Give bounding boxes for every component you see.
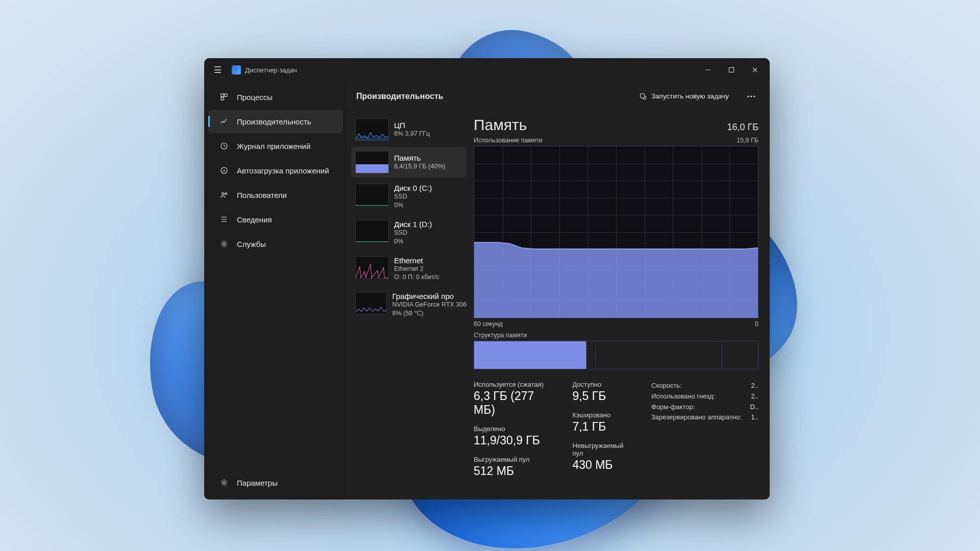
memory-info-table: Скорость:2..Использовано гнезд:2..Форм-ф… xyxy=(651,381,758,423)
memory-usage-chart xyxy=(474,146,758,318)
svg-point-13 xyxy=(753,95,755,97)
mini-thumb-ethernet xyxy=(355,256,389,279)
sidebar-item-label: Службы xyxy=(237,240,266,248)
chart-x-right: 0 xyxy=(755,320,758,328)
mini-sub: 6% 3,97 ГГц xyxy=(394,130,430,138)
stat-value-inuse: 6,3 ГБ (277 МБ) xyxy=(474,389,552,417)
app-title: Диспетчер задач xyxy=(245,66,297,74)
mini-thumb-disk1 xyxy=(355,220,389,242)
stat-label-paged: Выгружаемый пул xyxy=(474,456,552,463)
sidebar-item-performance[interactable]: Производительность xyxy=(208,110,343,133)
stat-label-inuse: Используется (сжатая) xyxy=(474,381,552,388)
page-title: Производительность xyxy=(356,92,444,101)
sidebar-item-label: Пользователи xyxy=(237,191,287,199)
sidebar-item-label: Автозагрузка приложений xyxy=(237,166,329,175)
chart-ymax: 15,9 ГБ xyxy=(737,137,758,144)
sidebar-item-label: Журнал приложений xyxy=(237,142,310,151)
svg-marker-14 xyxy=(474,242,758,318)
sidebar-item-label: Процессы xyxy=(237,93,273,102)
kv-row: Зарезервировано аппаратно:1.. xyxy=(651,412,758,423)
sidebar-item-label: Параметры xyxy=(237,479,278,487)
sidebar-item-startup[interactable]: Автозагрузка приложений xyxy=(208,159,343,182)
mini-sub: SSD xyxy=(394,229,432,237)
stat-label-available: Доступно xyxy=(572,381,631,388)
kv-row: Скорость:2.. xyxy=(651,381,758,391)
maximize-button[interactable] xyxy=(720,58,743,82)
mini-sub: 6,4/15,9 ГБ (40%) xyxy=(394,162,445,171)
composition-label: Структура памяти xyxy=(474,332,758,339)
mini-sub: SSD xyxy=(394,192,432,201)
svg-point-11 xyxy=(747,95,749,97)
sidebar-item-settings[interactable]: Параметры xyxy=(208,471,343,494)
detail-panel: Память 16,0 ГБ Использование памяти 15,9… xyxy=(471,111,770,499)
mini-item-disk1[interactable]: Диск 1 (D:) SSD 0% xyxy=(351,216,467,250)
sidebar-item-users[interactable]: Пользователи xyxy=(208,183,343,207)
sidebar-item-services[interactable]: Службы xyxy=(208,232,343,256)
stat-value-paged: 512 МБ xyxy=(474,464,552,478)
run-new-task-label: Запустить новую задачу xyxy=(651,92,729,100)
svg-point-7 xyxy=(225,193,227,195)
history-icon xyxy=(219,141,229,151)
mini-thumb-memory xyxy=(355,151,389,173)
sidebar-item-details[interactable]: Сведения xyxy=(208,208,343,231)
startup-icon xyxy=(219,166,229,175)
stat-value-committed: 11,9/30,9 ГБ xyxy=(474,434,552,447)
memory-composition-chart xyxy=(474,341,758,369)
resource-mini-list: ЦП 6% 3,97 ГГц Память 6,4/15,9 ГБ (40%) xyxy=(347,111,471,499)
sidebar-item-processes[interactable]: Процессы xyxy=(208,85,343,109)
minimize-button[interactable] xyxy=(696,58,720,82)
stat-label-committed: Выделено xyxy=(474,425,552,433)
mini-title: Графический про xyxy=(392,292,462,300)
mini-title: Память xyxy=(394,154,445,162)
app-icon xyxy=(232,65,241,74)
svg-point-12 xyxy=(750,95,752,97)
processes-icon xyxy=(219,92,229,102)
chart-ylabel: Использование памяти xyxy=(474,137,543,144)
sidebar-item-label: Производительность xyxy=(237,117,311,126)
stat-label-cached: Кэшировано xyxy=(572,411,631,419)
hamburger-menu-button[interactable]: ☰ xyxy=(207,65,228,76)
svg-rect-0 xyxy=(729,68,734,72)
svg-rect-3 xyxy=(221,97,224,100)
mini-sub2: О: 0 П: 0 кбит/с xyxy=(394,273,439,282)
mini-item-ethernet[interactable]: Ethernet Ethernet 2 О: 0 П: 0 кбит/с xyxy=(351,252,467,286)
stat-value-nonpaged: 430 МБ xyxy=(572,458,631,472)
titlebar: ☰ Диспетчер задач xyxy=(204,58,770,82)
chart-x-left: 60 секунд xyxy=(474,320,503,328)
more-options-button[interactable] xyxy=(742,87,761,106)
users-icon xyxy=(219,190,229,199)
mini-sub2: 0% xyxy=(394,237,432,246)
mini-item-cpu[interactable]: ЦП 6% 3,97 ГГц xyxy=(351,114,467,145)
stat-value-available: 9,5 ГБ xyxy=(572,389,631,403)
mini-sub: NVIDIA GeForce RTX 306 xyxy=(392,300,462,309)
sidebar-item-app-history[interactable]: Журнал приложений xyxy=(208,134,343,158)
gear-icon xyxy=(219,478,229,487)
run-new-task-button[interactable]: Запустить новую задачу xyxy=(633,89,735,104)
mini-title: Диск 1 (D:) xyxy=(394,220,432,229)
svg-rect-2 xyxy=(225,94,227,96)
mini-thumb-gpu xyxy=(355,292,387,314)
stat-value-cached: 7,1 ГБ xyxy=(572,420,631,434)
svg-rect-1 xyxy=(221,94,224,96)
svg-point-9 xyxy=(223,482,226,484)
svg-point-8 xyxy=(223,243,226,245)
toolbar: Производительность Запустить новую задач… xyxy=(347,82,770,111)
mini-item-gpu[interactable]: Графический про NVIDIA GeForce RTX 306 8… xyxy=(351,288,467,322)
mini-title: ЦП xyxy=(394,121,430,130)
mini-item-disk0[interactable]: Диск 0 (C:) SSD 0% xyxy=(351,180,467,214)
mini-sub2: 8% (59 °C) xyxy=(392,309,462,318)
mini-sub2: 0% xyxy=(394,201,432,210)
mini-title: Ethernet xyxy=(394,256,439,265)
close-button[interactable] xyxy=(743,58,767,82)
mini-item-memory[interactable]: Память 6,4/15,9 ГБ (40%) xyxy=(351,147,467,178)
mini-sub: Ethernet 2 xyxy=(394,265,439,273)
stats-grid: Используется (сжатая) 6,3 ГБ (277 МБ) Вы… xyxy=(474,381,758,478)
run-icon xyxy=(639,92,647,101)
ellipsis-icon xyxy=(747,95,755,97)
details-icon xyxy=(219,215,229,224)
kv-row: Использовано гнезд:2.. xyxy=(651,391,758,402)
mini-thumb-disk0 xyxy=(355,184,389,206)
svg-point-6 xyxy=(222,193,225,195)
detail-title: Память xyxy=(474,116,527,134)
sidebar: Процессы Производительность Журнал прило… xyxy=(204,82,347,499)
